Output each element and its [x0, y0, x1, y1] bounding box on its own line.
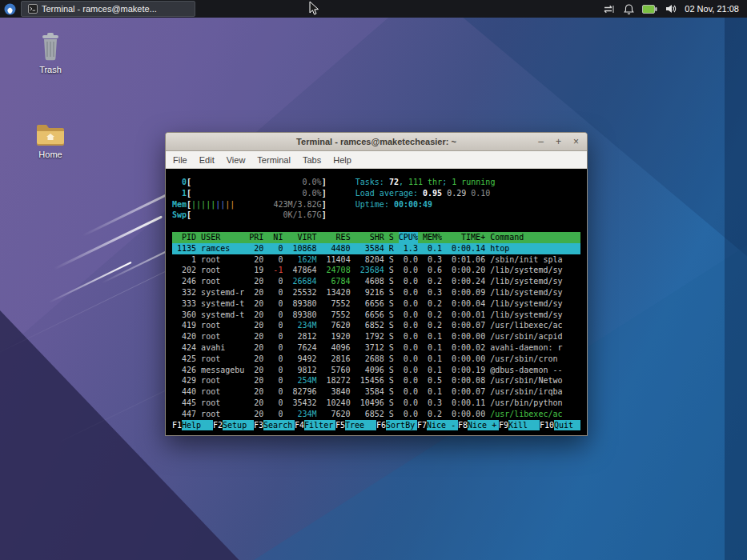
cell-pri: 19 — [249, 265, 263, 276]
cell-time: 0:00.07 — [447, 320, 485, 331]
menu-view[interactable]: View — [227, 155, 246, 165]
menu-terminal[interactable]: Terminal — [257, 155, 291, 165]
cell-state: S — [389, 354, 394, 365]
fkey-f3[interactable]: F3Search — [254, 420, 295, 431]
cell-time: 0:00.07 — [447, 386, 485, 398]
menu-tabs[interactable]: Tabs — [303, 155, 321, 165]
maximize-button[interactable]: + — [553, 137, 564, 147]
process-row[interactable]: 332systemd-r20025532134209216S0.00.30:00… — [172, 287, 580, 298]
cell-command: /lib/systemd/sy — [490, 287, 580, 298]
fkey-f1[interactable]: F1Help — [172, 420, 213, 431]
process-row[interactable]: 429root200254M1827215456S0.00.50:00.08/u… — [172, 375, 580, 386]
cell-virt: 47864 — [287, 265, 316, 276]
cell-time: 0:00.14 — [447, 243, 485, 254]
notification-bell-icon[interactable] — [624, 4, 634, 14]
process-row[interactable]: 333systemd-t2008938075526656S0.00.20:00.… — [172, 298, 580, 310]
cpu1-bar: 0.0% — [191, 188, 322, 199]
cell-command: /usr/bin/python — [490, 398, 580, 409]
process-row[interactable]: 1root200162M114048204S0.00.30:01.06/sbin… — [172, 254, 580, 266]
fkey-f6[interactable]: F6SortBy — [376, 420, 417, 431]
cell-state: S — [389, 342, 394, 354]
cell-mem: 0.3 — [423, 398, 442, 409]
column-pid[interactable]: PID — [172, 232, 196, 243]
column-s[interactable]: S — [389, 232, 394, 243]
column-command[interactable]: Command — [490, 232, 580, 243]
cell-cpu: 0.0 — [399, 310, 418, 321]
fkey-f8[interactable]: F8Nice + — [458, 420, 499, 431]
column-res[interactable]: RES — [322, 232, 351, 243]
process-row[interactable]: 445root200354321024010496S0.00.30:00.11/… — [172, 398, 580, 409]
column-time[interactable]: TIME+ — [447, 232, 485, 243]
applications-menu-button[interactable] — [0, 0, 19, 18]
desktop-icon-home[interactable]: Home — [19, 122, 82, 159]
menu-edit[interactable]: Edit — [199, 155, 215, 165]
cell-mem: 0.3 — [423, 287, 442, 298]
process-row[interactable]: 202root19-1478642470823684S0.00.60:00.20… — [172, 265, 580, 276]
process-row[interactable]: 426messagebu200981257604096S0.00.10:00.1… — [172, 365, 580, 376]
taskbar-window-button[interactable]: Terminal - ramces@makete... — [21, 1, 195, 17]
process-row[interactable]: 447root200234M76206852S0.00.20:00.00/usr… — [172, 409, 580, 420]
cell-pid: 445 — [172, 398, 196, 409]
close-button[interactable]: × — [571, 137, 581, 147]
terminal-content[interactable]: 0[0.0%] 1[0.0%] Mem[|||||||||423M/3.82G]… — [166, 169, 587, 435]
fkey-f2[interactable]: F2Setup — [213, 420, 254, 431]
cell-cpu: 0.0 — [399, 365, 418, 376]
fkey-label: F9 — [499, 420, 508, 431]
column-virt[interactable]: VIRT — [287, 232, 316, 243]
volume-icon[interactable] — [665, 4, 677, 14]
cell-cpu: 0.0 — [399, 409, 418, 420]
cell-pri: 20 — [249, 287, 263, 298]
process-row[interactable]: 440root2008279638403584S0.00.10:00.07/us… — [172, 386, 580, 398]
process-row[interactable]: 425root200949228162688S0.00.10:00.00/usr… — [172, 354, 580, 365]
cell-ni: 0 — [268, 342, 283, 354]
clock[interactable]: 02 Nov, 21:08 — [685, 4, 739, 14]
mem-meter: Mem[|||||||||423M/3.82G] — [172, 199, 331, 210]
battery-icon[interactable] — [642, 5, 657, 14]
fkey-f10[interactable]: F10Quit — [540, 420, 580, 431]
column-mem[interactable]: MEM% — [423, 232, 442, 243]
fkey-f9[interactable]: F9Kill — [499, 420, 540, 431]
desktop-icon-trash[interactable]: Trash — [19, 32, 82, 74]
fkey-label: F4 — [295, 420, 304, 431]
column-shr[interactable]: SHR — [355, 232, 384, 243]
column-ni[interactable]: NI — [268, 232, 283, 243]
cell-pid: 332 — [172, 287, 196, 298]
menu-help[interactable]: Help — [333, 155, 351, 165]
minimize-button[interactable]: – — [536, 137, 546, 147]
cell-mem: 0.1 — [423, 354, 442, 365]
cell-command: /usr/sbin/acpid — [490, 331, 580, 342]
fkey-f7[interactable]: F7Nice - — [417, 420, 458, 431]
column-pri[interactable]: PRI — [249, 232, 263, 243]
cell-res: 18272 — [322, 375, 351, 386]
function-key-bar: F1HelpF2SetupF3SearchF4FilterF5TreeF6Sor… — [172, 420, 580, 431]
process-row[interactable]: 246root2002668467844608S0.00.20:00.24/li… — [172, 276, 580, 287]
cell-command: /usr/sbin/Netwo — [490, 375, 580, 386]
fkey-f5[interactable]: F5Tree — [335, 420, 376, 431]
cell-virt: 9492 — [287, 354, 316, 365]
cell-res: 2816 — [322, 354, 351, 365]
fkey-action: Nice + — [468, 420, 499, 431]
layout-switcher-icon[interactable] — [604, 5, 616, 14]
text-segment: Tasks: — [355, 178, 389, 186]
column-user[interactable]: USER — [201, 232, 244, 243]
fkey-action: Nice - — [427, 420, 458, 431]
process-row[interactable]: 424avahi200762440963712S0.00.10:00.02ava… — [172, 342, 580, 354]
window-titlebar[interactable]: Terminal - ramces@maketecheasier: ~ – + … — [166, 133, 587, 151]
cell-ni: 0 — [268, 243, 283, 254]
process-row[interactable]: 420root200281219201792S0.00.10:00.00/usr… — [172, 331, 580, 342]
fkey-f4[interactable]: F4Filter — [295, 420, 335, 431]
process-row[interactable]: 419root200234M76206852S0.00.20:00.07/usr… — [172, 320, 580, 331]
cell-mem: 0.1 — [423, 243, 442, 254]
htop-info: Tasks: 72, 111 thr; 1 running Load avera… — [355, 177, 496, 221]
cell-res: 7620 — [322, 320, 351, 331]
cell-command: /lib/systemd/sy — [490, 276, 580, 287]
cell-state: S — [389, 254, 394, 266]
menu-file[interactable]: File — [173, 155, 187, 165]
column-cpu[interactable]: CPU% — [399, 232, 418, 243]
cell-pid: 202 — [172, 265, 196, 276]
process-row[interactable]: 360systemd-t2008938075526656S0.00.20:00.… — [172, 310, 580, 321]
cell-virt: 10868 — [287, 243, 316, 254]
cell-ni: 0 — [268, 365, 283, 376]
process-row[interactable]: 1135ramces2001086844803584R1.30.10:00.14… — [172, 243, 580, 254]
cell-pid: 426 — [172, 365, 196, 376]
